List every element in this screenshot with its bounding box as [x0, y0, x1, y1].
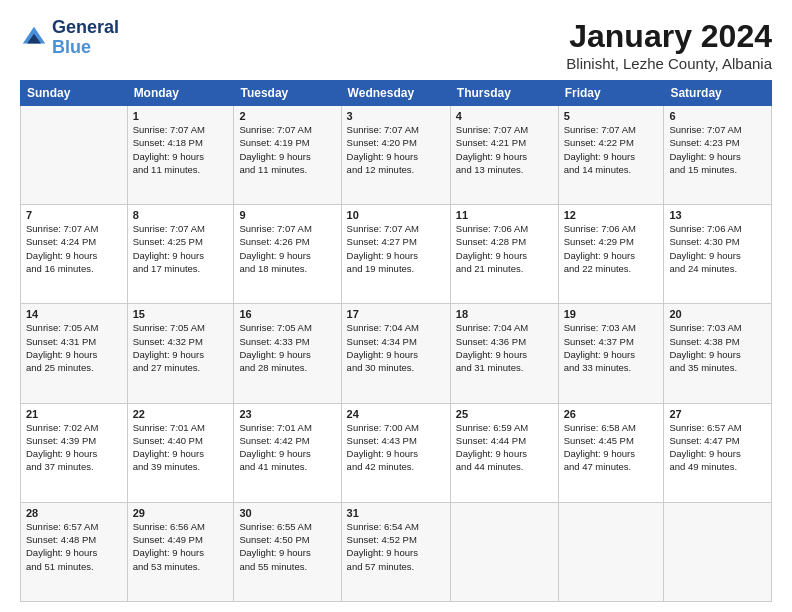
weekday-row: SundayMondayTuesdayWednesdayThursdayFrid… — [21, 81, 772, 106]
weekday-header-tuesday: Tuesday — [234, 81, 341, 106]
week-row-1: 1Sunrise: 7:07 AMSunset: 4:18 PMDaylight… — [21, 106, 772, 205]
calendar-body: 1Sunrise: 7:07 AMSunset: 4:18 PMDaylight… — [21, 106, 772, 602]
day-number: 7 — [26, 209, 122, 221]
calendar-cell: 13Sunrise: 7:06 AMSunset: 4:30 PMDayligh… — [664, 205, 772, 304]
day-number: 16 — [239, 308, 335, 320]
logo-icon — [20, 24, 48, 52]
cell-content: Sunrise: 6:57 AMSunset: 4:48 PMDaylight:… — [26, 520, 122, 573]
cell-content: Sunrise: 7:07 AMSunset: 4:26 PMDaylight:… — [239, 222, 335, 275]
page-title: January 2024 — [566, 18, 772, 55]
cell-content: Sunrise: 7:01 AMSunset: 4:42 PMDaylight:… — [239, 421, 335, 474]
day-number: 27 — [669, 408, 766, 420]
cell-content: Sunrise: 7:07 AMSunset: 4:20 PMDaylight:… — [347, 123, 445, 176]
cell-content: Sunrise: 7:04 AMSunset: 4:36 PMDaylight:… — [456, 321, 553, 374]
cell-content: Sunrise: 7:07 AMSunset: 4:27 PMDaylight:… — [347, 222, 445, 275]
day-number: 4 — [456, 110, 553, 122]
logo: General Blue — [20, 18, 119, 58]
week-row-4: 21Sunrise: 7:02 AMSunset: 4:39 PMDayligh… — [21, 403, 772, 502]
day-number: 28 — [26, 507, 122, 519]
day-number: 6 — [669, 110, 766, 122]
calendar-cell: 1Sunrise: 7:07 AMSunset: 4:18 PMDaylight… — [127, 106, 234, 205]
cell-content: Sunrise: 6:56 AMSunset: 4:49 PMDaylight:… — [133, 520, 229, 573]
header: General Blue January 2024 Blinisht, Lezh… — [20, 18, 772, 72]
day-number: 5 — [564, 110, 659, 122]
weekday-header-saturday: Saturday — [664, 81, 772, 106]
day-number: 17 — [347, 308, 445, 320]
cell-content: Sunrise: 7:07 AMSunset: 4:22 PMDaylight:… — [564, 123, 659, 176]
calendar-cell: 10Sunrise: 7:07 AMSunset: 4:27 PMDayligh… — [341, 205, 450, 304]
cell-content: Sunrise: 7:07 AMSunset: 4:21 PMDaylight:… — [456, 123, 553, 176]
calendar-cell: 16Sunrise: 7:05 AMSunset: 4:33 PMDayligh… — [234, 304, 341, 403]
cell-content: Sunrise: 7:05 AMSunset: 4:31 PMDaylight:… — [26, 321, 122, 374]
calendar-cell: 25Sunrise: 6:59 AMSunset: 4:44 PMDayligh… — [450, 403, 558, 502]
day-number: 19 — [564, 308, 659, 320]
week-row-2: 7Sunrise: 7:07 AMSunset: 4:24 PMDaylight… — [21, 205, 772, 304]
calendar-cell: 9Sunrise: 7:07 AMSunset: 4:26 PMDaylight… — [234, 205, 341, 304]
day-number: 18 — [456, 308, 553, 320]
page: General Blue January 2024 Blinisht, Lezh… — [0, 0, 792, 612]
weekday-header-thursday: Thursday — [450, 81, 558, 106]
calendar-table: SundayMondayTuesdayWednesdayThursdayFrid… — [20, 80, 772, 602]
calendar-cell: 30Sunrise: 6:55 AMSunset: 4:50 PMDayligh… — [234, 502, 341, 601]
cell-content: Sunrise: 6:59 AMSunset: 4:44 PMDaylight:… — [456, 421, 553, 474]
calendar-cell: 5Sunrise: 7:07 AMSunset: 4:22 PMDaylight… — [558, 106, 664, 205]
cell-content: Sunrise: 7:01 AMSunset: 4:40 PMDaylight:… — [133, 421, 229, 474]
calendar-cell: 11Sunrise: 7:06 AMSunset: 4:28 PMDayligh… — [450, 205, 558, 304]
day-number: 8 — [133, 209, 229, 221]
calendar-cell: 20Sunrise: 7:03 AMSunset: 4:38 PMDayligh… — [664, 304, 772, 403]
calendar-cell: 23Sunrise: 7:01 AMSunset: 4:42 PMDayligh… — [234, 403, 341, 502]
calendar-cell: 22Sunrise: 7:01 AMSunset: 4:40 PMDayligh… — [127, 403, 234, 502]
calendar-cell: 27Sunrise: 6:57 AMSunset: 4:47 PMDayligh… — [664, 403, 772, 502]
week-row-3: 14Sunrise: 7:05 AMSunset: 4:31 PMDayligh… — [21, 304, 772, 403]
calendar-cell: 19Sunrise: 7:03 AMSunset: 4:37 PMDayligh… — [558, 304, 664, 403]
calendar-header: SundayMondayTuesdayWednesdayThursdayFrid… — [21, 81, 772, 106]
cell-content: Sunrise: 7:03 AMSunset: 4:37 PMDaylight:… — [564, 321, 659, 374]
calendar-cell: 24Sunrise: 7:00 AMSunset: 4:43 PMDayligh… — [341, 403, 450, 502]
day-number: 9 — [239, 209, 335, 221]
calendar-cell: 15Sunrise: 7:05 AMSunset: 4:32 PMDayligh… — [127, 304, 234, 403]
day-number: 20 — [669, 308, 766, 320]
calendar-cell: 7Sunrise: 7:07 AMSunset: 4:24 PMDaylight… — [21, 205, 128, 304]
calendar-cell: 28Sunrise: 6:57 AMSunset: 4:48 PMDayligh… — [21, 502, 128, 601]
day-number: 3 — [347, 110, 445, 122]
week-row-5: 28Sunrise: 6:57 AMSunset: 4:48 PMDayligh… — [21, 502, 772, 601]
day-number: 10 — [347, 209, 445, 221]
day-number: 29 — [133, 507, 229, 519]
calendar-cell: 2Sunrise: 7:07 AMSunset: 4:19 PMDaylight… — [234, 106, 341, 205]
calendar-cell: 3Sunrise: 7:07 AMSunset: 4:20 PMDaylight… — [341, 106, 450, 205]
page-subtitle: Blinisht, Lezhe County, Albania — [566, 55, 772, 72]
calendar-cell: 26Sunrise: 6:58 AMSunset: 4:45 PMDayligh… — [558, 403, 664, 502]
cell-content: Sunrise: 6:57 AMSunset: 4:47 PMDaylight:… — [669, 421, 766, 474]
calendar-cell: 14Sunrise: 7:05 AMSunset: 4:31 PMDayligh… — [21, 304, 128, 403]
calendar-cell: 29Sunrise: 6:56 AMSunset: 4:49 PMDayligh… — [127, 502, 234, 601]
calendar-cell: 4Sunrise: 7:07 AMSunset: 4:21 PMDaylight… — [450, 106, 558, 205]
day-number: 13 — [669, 209, 766, 221]
cell-content: Sunrise: 7:06 AMSunset: 4:28 PMDaylight:… — [456, 222, 553, 275]
weekday-header-sunday: Sunday — [21, 81, 128, 106]
calendar-cell: 17Sunrise: 7:04 AMSunset: 4:34 PMDayligh… — [341, 304, 450, 403]
day-number: 26 — [564, 408, 659, 420]
cell-content: Sunrise: 6:55 AMSunset: 4:50 PMDaylight:… — [239, 520, 335, 573]
cell-content: Sunrise: 7:07 AMSunset: 4:19 PMDaylight:… — [239, 123, 335, 176]
cell-content: Sunrise: 7:04 AMSunset: 4:34 PMDaylight:… — [347, 321, 445, 374]
calendar-cell — [664, 502, 772, 601]
day-number: 21 — [26, 408, 122, 420]
cell-content: Sunrise: 7:07 AMSunset: 4:25 PMDaylight:… — [133, 222, 229, 275]
weekday-header-monday: Monday — [127, 81, 234, 106]
cell-content: Sunrise: 7:03 AMSunset: 4:38 PMDaylight:… — [669, 321, 766, 374]
logo-text: General Blue — [52, 18, 119, 58]
day-number: 22 — [133, 408, 229, 420]
cell-content: Sunrise: 7:05 AMSunset: 4:33 PMDaylight:… — [239, 321, 335, 374]
weekday-header-friday: Friday — [558, 81, 664, 106]
cell-content: Sunrise: 7:06 AMSunset: 4:29 PMDaylight:… — [564, 222, 659, 275]
day-number: 11 — [456, 209, 553, 221]
day-number: 1 — [133, 110, 229, 122]
cell-content: Sunrise: 7:00 AMSunset: 4:43 PMDaylight:… — [347, 421, 445, 474]
day-number: 2 — [239, 110, 335, 122]
calendar-cell: 31Sunrise: 6:54 AMSunset: 4:52 PMDayligh… — [341, 502, 450, 601]
calendar-cell — [450, 502, 558, 601]
cell-content: Sunrise: 7:07 AMSunset: 4:23 PMDaylight:… — [669, 123, 766, 176]
calendar-cell: 6Sunrise: 7:07 AMSunset: 4:23 PMDaylight… — [664, 106, 772, 205]
cell-content: Sunrise: 6:54 AMSunset: 4:52 PMDaylight:… — [347, 520, 445, 573]
day-number: 24 — [347, 408, 445, 420]
